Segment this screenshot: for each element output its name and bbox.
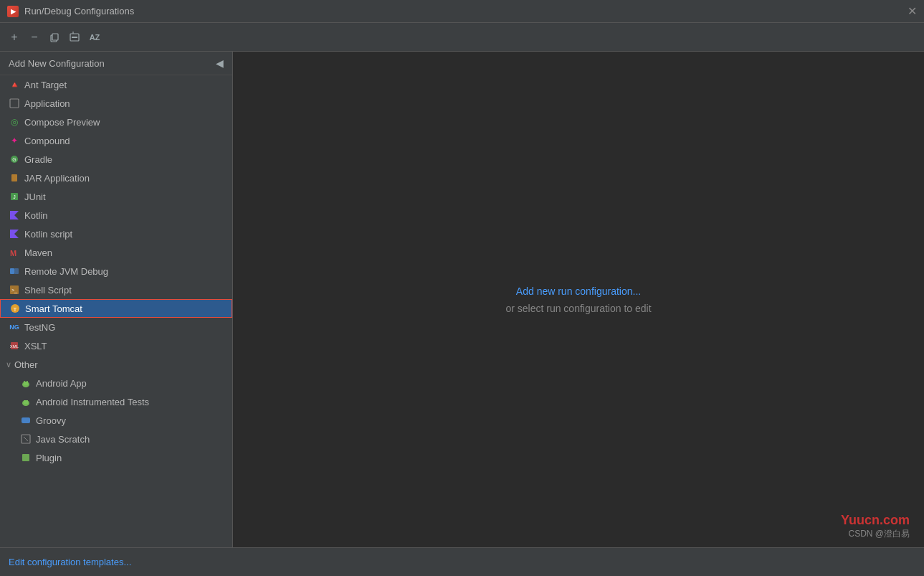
gradle-icon: G: [9, 154, 20, 165]
list-item-application[interactable]: Application: [0, 94, 232, 113]
list-item-android-instrumented-tests[interactable]: Android Instrumented Tests: [0, 392, 232, 411]
list-item-remote-jvm-debug[interactable]: Remote JVM Debug: [0, 262, 232, 280]
list-item-ant-target[interactable]: 🔺 Ant Target: [0, 75, 232, 94]
testng-icon: NG: [9, 321, 20, 333]
svg-line-30: [24, 437, 28, 441]
java-scratch-label: Java Scratch: [36, 434, 90, 445]
list-item-junit[interactable]: J JUnit: [0, 187, 232, 206]
android-instrumented-tests-icon: [20, 396, 32, 407]
list-item-smart-tomcat[interactable]: T Smart Tomcat: [0, 299, 232, 318]
move-up-button[interactable]: [66, 29, 83, 46]
list-item-compose-preview[interactable]: ◎ Compose Preview: [0, 113, 232, 131]
android-app-icon: [20, 377, 32, 389]
svg-text:J: J: [13, 194, 16, 199]
config-list: 🔺 Ant Target Application ◎ Compose Previ…: [0, 75, 232, 547]
list-item-xslt[interactable]: XML XSLT: [0, 336, 232, 355]
edit-templates-link[interactable]: Edit configuration templates...: [9, 557, 131, 567]
list-item-jar-application[interactable]: JAR Application: [0, 169, 232, 187]
application-icon: [9, 98, 20, 109]
shell-script-icon: >_: [9, 284, 20, 296]
android-instrumented-tests-label: Android Instrumented Tests: [36, 397, 149, 407]
list-item-maven[interactable]: M Maven: [0, 243, 232, 262]
svg-rect-8: [11, 174, 17, 181]
kotlin-label: Kotlin: [24, 210, 48, 221]
svg-text:G: G: [12, 157, 16, 162]
svg-marker-11: [10, 211, 19, 219]
compose-preview-label: Compose Preview: [24, 117, 100, 128]
svg-text:XML: XML: [10, 344, 19, 349]
junit-icon: J: [9, 191, 20, 202]
ant-target-label: Ant Target: [24, 80, 67, 90]
watermark-sub: CSDN @澄白易: [841, 528, 910, 540]
svg-rect-1: [52, 34, 58, 40]
svg-text:T: T: [14, 306, 17, 313]
svg-rect-31: [22, 454, 29, 461]
svg-rect-28: [22, 417, 30, 423]
jar-application-label: JAR Application: [24, 173, 90, 184]
collapse-button[interactable]: ◀: [216, 57, 224, 69]
list-item-groovy[interactable]: Groovy: [0, 411, 232, 430]
xslt-label: XSLT: [24, 341, 47, 351]
remove-button[interactable]: −: [26, 29, 43, 46]
svg-text:M: M: [10, 249, 16, 258]
svg-rect-15: [14, 268, 19, 274]
smart-tomcat-icon: T: [9, 303, 21, 314]
compose-preview-icon: ◎: [9, 116, 20, 128]
testng-label: TestNG: [24, 322, 55, 333]
kotlin-script-label: Kotlin script: [24, 229, 72, 240]
window-title: Run/Debug Configurations: [24, 6, 134, 16]
smart-tomcat-label: Smart Tomcat: [25, 303, 82, 314]
list-item-gradle[interactable]: G Gradle: [0, 150, 232, 169]
shell-script-label: Shell Script: [24, 285, 72, 296]
groovy-label: Groovy: [36, 415, 66, 426]
junit-label: JUnit: [24, 192, 46, 202]
kotlin-icon: [9, 209, 20, 221]
right-panel: Add new run configuration... or select r…: [233, 52, 924, 547]
other-section-header[interactable]: ∨ Other: [0, 355, 232, 374]
list-item-android-app[interactable]: Android App: [0, 374, 232, 392]
list-item-testng[interactable]: NG TestNG: [0, 318, 232, 336]
sort-button[interactable]: AZ: [86, 29, 103, 46]
list-item-kotlin[interactable]: Kotlin: [0, 206, 232, 225]
list-item-java-scratch[interactable]: Java Scratch: [0, 430, 232, 448]
maven-label: Maven: [24, 247, 52, 258]
list-item-compound[interactable]: ✦ Compound: [0, 131, 232, 150]
panel-title: Add New Configuration: [9, 58, 105, 69]
title-bar: ▶ Run/Debug Configurations ✕: [0, 0, 924, 23]
watermark: Yuucn.com CSDN @澄白易: [841, 513, 910, 540]
compound-label: Compound: [24, 136, 70, 146]
add-button[interactable]: +: [6, 29, 23, 46]
toolbar: + − AZ: [0, 23, 924, 52]
list-item-plugin[interactable]: Plugin: [0, 448, 232, 467]
ant-target-icon: 🔺: [9, 79, 20, 90]
maven-icon: M: [9, 247, 20, 258]
list-item-shell-script[interactable]: >_ Shell Script: [0, 280, 232, 299]
svg-rect-14: [10, 268, 14, 274]
compound-icon: ✦: [9, 135, 20, 146]
gradle-label: Gradle: [24, 154, 52, 165]
svg-rect-3: [72, 37, 77, 38]
close-button[interactable]: ✕: [908, 6, 917, 17]
java-scratch-icon: [20, 433, 32, 445]
jar-application-icon: [9, 172, 20, 184]
groovy-icon: [20, 415, 32, 426]
svg-rect-27: [24, 400, 28, 404]
copy-button[interactable]: [46, 29, 63, 46]
other-section-label: Other: [14, 359, 38, 370]
app-icon: ▶: [7, 6, 19, 17]
svg-text:>_: >_: [11, 288, 17, 293]
plugin-icon: [20, 452, 32, 463]
plugin-label: Plugin: [36, 453, 62, 463]
kotlin-script-icon: [9, 228, 20, 240]
svg-point-25: [27, 381, 28, 382]
add-run-config-link[interactable]: Add new run configuration...: [516, 285, 641, 297]
watermark-main: Yuucn.com: [841, 513, 910, 528]
android-app-label: Android App: [36, 378, 87, 389]
panel-header: Add New Configuration ◀: [0, 52, 232, 75]
remote-jvm-debug-icon: [9, 265, 20, 277]
svg-point-24: [24, 381, 25, 382]
other-chevron-icon: ∨: [6, 360, 11, 369]
xslt-icon: XML: [9, 340, 20, 351]
right-panel-subtext: or select run configuration to edit: [505, 303, 651, 314]
list-item-kotlin-script[interactable]: Kotlin script: [0, 225, 232, 243]
